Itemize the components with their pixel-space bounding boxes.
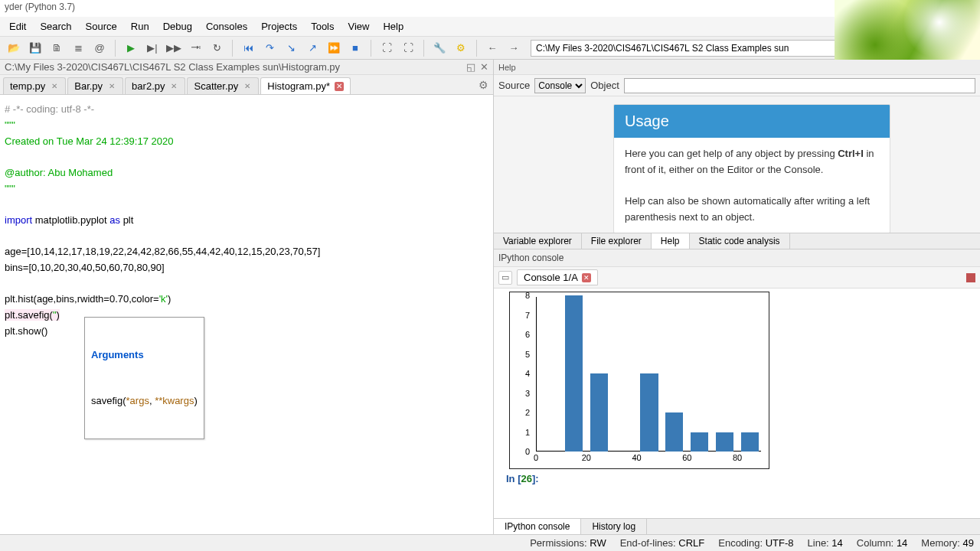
browse-tabs-icon[interactable]: ▭ <box>498 271 512 285</box>
debug-first-icon[interactable]: ⏮ <box>239 39 257 57</box>
menu-help[interactable]: Help <box>377 18 410 34</box>
tab-file-explorer[interactable]: File explorer <box>582 233 652 249</box>
ipython-prompt[interactable]: In [26]: <box>501 469 972 492</box>
code-str: 'k' <box>159 293 168 305</box>
status-label: Memory: <box>921 537 960 549</box>
bar <box>691 432 708 452</box>
menu-consoles[interactable]: Consoles <box>200 18 253 34</box>
tab-label: bar2.py <box>132 80 165 92</box>
bar <box>565 295 583 452</box>
tooltip-args: *args <box>126 395 149 406</box>
prompt-close: ]: <box>532 473 539 484</box>
run-cell-icon[interactable]: ▶| <box>143 39 162 57</box>
tab-bar2[interactable]: bar2.py✕ <box>125 77 185 94</box>
step-out-icon[interactable]: ↗ <box>303 39 322 57</box>
step-in-icon[interactable]: ↘ <box>282 39 300 57</box>
help-kbd: Ctrl+I <box>838 148 864 159</box>
tab-help[interactable]: Help <box>652 233 690 249</box>
run-selection-icon[interactable]: ⭲ <box>186 39 204 57</box>
menu-edit[interactable]: Edit <box>3 18 32 34</box>
run-icon[interactable]: ▶ <box>122 39 140 57</box>
tab-scatter[interactable]: Scatter.py✕ <box>187 77 259 94</box>
tab-ipython-console[interactable]: IPython console <box>494 519 581 534</box>
menu-projects[interactable]: Projects <box>255 18 303 34</box>
fullscreen-icon[interactable]: ⛶ <box>399 39 417 57</box>
object-input[interactable] <box>624 78 975 93</box>
list-icon[interactable]: ≣ <box>69 39 87 57</box>
close-icon[interactable]: ✕ <box>243 82 252 91</box>
save-icon[interactable]: 💾 <box>26 39 44 57</box>
console-tabs: ▭ Console 1/A ✕ <box>494 267 980 289</box>
menu-view[interactable]: View <box>342 18 376 34</box>
bar <box>741 432 759 452</box>
menu-run[interactable]: Run <box>125 18 155 34</box>
rerun-icon[interactable]: ↻ <box>207 39 226 57</box>
object-label: Object <box>590 80 619 91</box>
menu-debug[interactable]: Debug <box>157 18 198 34</box>
status-value: UTF-8 <box>766 537 794 549</box>
console-tab-label: Console 1/A <box>524 272 578 283</box>
code-line: age=[10,14,12,17,18,19,22,24,42,82,66,55… <box>5 246 320 257</box>
pane-close-icon[interactable]: ✕ <box>480 61 488 73</box>
maximize-pane-icon[interactable]: ⛶ <box>377 39 396 57</box>
tooltip-sig: savefig( <box>91 395 126 406</box>
tab-variable-explorer[interactable]: Variable explorer <box>494 233 582 249</box>
close-icon[interactable]: ✕ <box>169 82 178 91</box>
code-line: """ <box>5 183 15 194</box>
pythonpath-icon[interactable]: ⚙ <box>452 39 470 57</box>
toolbar: 📂 💾 🗎 ≣ @ ▶ ▶| ▶▶ ⭲ ↻ ⏮ ↷ ↘ ↗ ⏩ ■ ⛶ ⛶ 🔧 … <box>0 37 980 60</box>
close-icon[interactable]: ✕ <box>335 82 344 91</box>
tab-history-log[interactable]: History log <box>581 519 647 534</box>
tab-options-icon[interactable]: ⚙ <box>479 79 488 91</box>
step-over-icon[interactable]: ↷ <box>260 39 279 57</box>
editor-tabs: temp.py✕ Bar.py✕ bar2.py✕ Scatter.py✕ Hi… <box>0 75 493 95</box>
prompt-num: 26 <box>521 473 532 484</box>
code-line: """ <box>5 119 15 131</box>
menu-source[interactable]: Source <box>80 18 123 34</box>
ipython-section-label: IPython console <box>494 249 980 267</box>
code-line: plt.savefig( <box>5 309 53 321</box>
code-editor[interactable]: # -*- coding: utf-8 -*- """ Created on T… <box>0 95 493 534</box>
forward-icon[interactable]: → <box>505 39 523 57</box>
bar <box>590 373 608 452</box>
window-title: yder (Python 3.7) <box>0 0 980 17</box>
save-all-icon[interactable]: 🗎 <box>47 39 66 57</box>
tooltip-sig: ) <box>194 395 197 406</box>
status-value: 49 <box>963 537 974 549</box>
code-kw: as <box>109 214 120 226</box>
code-line: bins=[0,10,20,30,40,50,60,70,80,90] <box>5 262 165 273</box>
interrupt-kernel-icon[interactable] <box>966 273 975 282</box>
close-icon[interactable]: ✕ <box>50 82 59 91</box>
run-cell-advance-icon[interactable]: ▶▶ <box>165 39 183 57</box>
menu-search[interactable]: Search <box>34 18 77 34</box>
pane-undock-icon[interactable]: ◱ <box>466 61 475 73</box>
stop-debug-icon[interactable]: ■ <box>346 39 364 57</box>
back-icon[interactable]: ← <box>483 39 501 57</box>
tab-label: Bar.py <box>74 80 103 92</box>
prompt-in: In [ <box>506 473 521 484</box>
continue-icon[interactable]: ⏩ <box>325 39 343 57</box>
code-text: matplotlib.pyplot <box>32 214 109 226</box>
close-icon[interactable]: ✕ <box>582 273 591 282</box>
tab-histogram[interactable]: Histogram.py*✕ <box>260 77 351 94</box>
menu-tools[interactable]: Tools <box>305 18 340 34</box>
help-pane-title: Help <box>494 60 980 75</box>
preferences-icon[interactable]: 🔧 <box>430 39 449 57</box>
source-label: Source <box>498 80 530 91</box>
open-icon[interactable]: 📂 <box>5 39 23 57</box>
close-icon[interactable]: ✕ <box>107 82 116 91</box>
status-value: 14 <box>831 537 842 549</box>
at-icon[interactable]: @ <box>90 39 109 57</box>
code-text: ) <box>168 293 171 305</box>
bar <box>665 412 683 452</box>
help-usage-card: Usage Here you can get help of any objec… <box>613 104 890 233</box>
source-select[interactable]: Console <box>534 78 586 93</box>
console-output[interactable]: 012345678 020406080 In [26]: <box>494 289 980 518</box>
console-tab[interactable]: Console 1/A ✕ <box>517 269 598 285</box>
tab-bar[interactable]: Bar.py✕ <box>67 77 123 94</box>
tab-temp[interactable]: temp.py✕ <box>3 77 66 94</box>
tab-static-analysis[interactable]: Static code analysis <box>690 233 790 249</box>
bar <box>716 432 733 452</box>
editor-pane: C:\My Files 3-2020\CIS467L\CIS467L S2 Cl… <box>0 60 494 534</box>
code-line: # -*- coding: utf-8 -*- <box>5 103 94 115</box>
